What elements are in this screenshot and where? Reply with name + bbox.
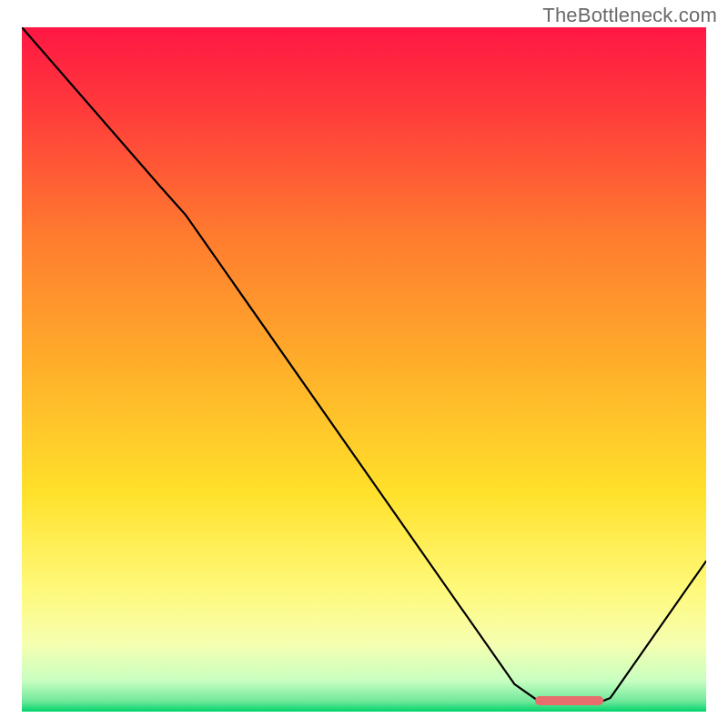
plot-area: [22, 27, 706, 712]
optimal-range-marker: [535, 696, 603, 705]
watermark-text: TheBottleneck.com: [542, 4, 717, 27]
chart-svg: [22, 27, 706, 712]
gradient-background: [22, 27, 706, 712]
chart-container: TheBottleneck.com: [0, 0, 728, 728]
